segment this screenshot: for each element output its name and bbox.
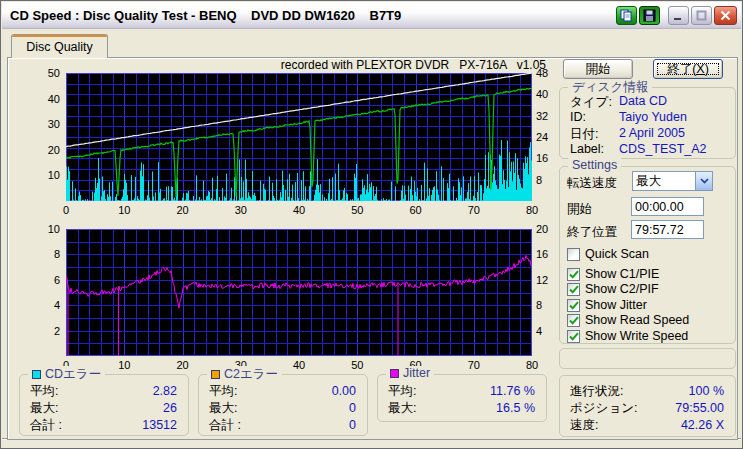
- stat-row-value: 0.00: [332, 384, 356, 398]
- stat-row: 合計 :0: [209, 417, 356, 433]
- axis-tick: 70: [459, 204, 489, 216]
- stat-row-label: 平均:: [388, 383, 416, 400]
- progress-row-value: 100 %: [689, 384, 724, 398]
- stat-row: 最大:16.5 %: [388, 400, 535, 416]
- checkbox[interactable]: [567, 330, 580, 343]
- stat-row: 平均:0.00: [209, 383, 356, 399]
- checkbox[interactable]: [567, 314, 580, 327]
- stat-row-label: 合計 :: [30, 417, 62, 434]
- stat-row-value: 16.5 %: [496, 401, 535, 415]
- checkbox-row-show-jitter[interactable]: Show Jitter: [567, 298, 647, 312]
- stat-row-label: 最大:: [388, 400, 416, 417]
- checkbox-label: Show Read Speed: [585, 313, 689, 327]
- close-button[interactable]: [714, 6, 737, 25]
- tab-label: Disc Quality: [26, 40, 93, 54]
- chevron-down-icon: [700, 178, 709, 184]
- settings-title: Settings: [568, 158, 621, 172]
- transfer-speed-value: 最大: [633, 173, 695, 190]
- axis-tick: 50: [30, 67, 60, 79]
- check-icon: [569, 301, 579, 310]
- checkbox[interactable]: [567, 299, 580, 312]
- axis-tick: 80: [517, 359, 547, 371]
- exit-button[interactable]: 終了(X): [653, 59, 723, 79]
- disc-info-row-value: CDS_TEST_A2: [619, 142, 707, 156]
- app-window: CD Speed : Disc Quality Test - BENQ DVD …: [0, 0, 743, 449]
- end-position-label: 終了位置: [567, 224, 617, 241]
- axis-tick: 8: [30, 248, 60, 260]
- check-icon: [569, 332, 579, 341]
- checkbox[interactable]: [567, 268, 580, 281]
- stat-box-title: Jitter: [386, 366, 434, 380]
- save-button[interactable]: [639, 6, 660, 25]
- jitter-chart: [66, 229, 532, 356]
- transfer-speed-select[interactable]: 最大: [632, 171, 713, 191]
- axis-tick: 80: [517, 204, 547, 216]
- stat-row-value: 11.76 %: [490, 384, 535, 398]
- axis-tick: 40: [284, 204, 314, 216]
- minimize-button[interactable]: [668, 6, 689, 25]
- stat-row-value: 2.82: [153, 384, 177, 398]
- recorded-with-label: recorded with PLEXTOR DVDR PX-716A v1.05: [241, 58, 546, 72]
- combo-arrow-button[interactable]: [695, 172, 712, 190]
- stat-row-value: 0: [349, 418, 356, 432]
- transfer-speed-label: 転送速度: [567, 175, 617, 192]
- quality-chart: [66, 73, 532, 201]
- copy-button[interactable]: [616, 6, 637, 25]
- axis-tick: 30: [226, 204, 256, 216]
- stat-box-title: C2エラー: [207, 366, 282, 383]
- checkbox-label: Show C1/PIE: [585, 267, 659, 281]
- save-icon: [643, 9, 656, 22]
- stat-row: 合計 :13512: [30, 417, 177, 433]
- start-position-input[interactable]: [631, 197, 704, 216]
- progress-row: 進行状況:100 %: [570, 383, 724, 399]
- axis-tick: 4: [30, 299, 60, 311]
- axis-tick: 48: [536, 67, 562, 79]
- legend-swatch: [32, 370, 41, 379]
- axis-tick: 40: [30, 93, 60, 105]
- disc-info-row-label: タイプ:: [570, 94, 612, 111]
- axis-tick: 10: [109, 359, 139, 371]
- axis-tick: 10: [109, 204, 139, 216]
- tab-disc-quality[interactable]: Disc Quality: [11, 34, 108, 58]
- titlebar-buttons: [614, 6, 737, 25]
- axis-tick: 20: [168, 359, 198, 371]
- checkbox-row-show-c1-pie[interactable]: Show C1/PIE: [567, 267, 659, 281]
- checkbox[interactable]: [567, 248, 580, 261]
- axis-tick: 2: [30, 325, 60, 337]
- stat-row-label: 最大:: [30, 400, 58, 417]
- checkbox-label: Quick Scan: [585, 247, 649, 261]
- axis-tick: 70: [459, 359, 489, 371]
- stat-box-title-text: CDエラー: [45, 366, 101, 383]
- stat-row: 平均:11.76 %: [388, 383, 535, 399]
- disc-info-row-label: ID:: [570, 110, 586, 124]
- checkbox-label: Show C2/PIF: [585, 282, 659, 296]
- axis-tick: 50: [342, 204, 372, 216]
- checkbox-row-show-write-speed[interactable]: Show Write Speed: [567, 329, 688, 343]
- axis-tick: 20: [30, 144, 60, 156]
- axis-tick: 10: [30, 223, 60, 235]
- stat-box-jitter: Jitter平均:11.76 %最大:16.5 %: [377, 374, 547, 422]
- check-icon: [569, 316, 579, 325]
- checkbox-row-show-c2-pif[interactable]: Show C2/PIF: [567, 282, 659, 296]
- checkbox[interactable]: [567, 283, 580, 296]
- disc-info-row-label: 日付:: [570, 126, 598, 143]
- start-button[interactable]: 開始: [563, 59, 633, 79]
- checkbox-row-quick-scan[interactable]: Quick Scan: [567, 247, 649, 261]
- disc-info-row-label: Label:: [570, 142, 604, 156]
- stat-row-value: 13512: [142, 418, 177, 432]
- status-bar: [2, 439, 741, 447]
- stat-box-c2-errors: C2エラー平均:0.00最大:0合計 :0: [198, 374, 368, 436]
- stat-row-label: 最大:: [209, 400, 237, 417]
- checkbox-row-show-read-speed[interactable]: Show Read Speed: [567, 313, 689, 327]
- axis-tick: 6: [30, 274, 60, 286]
- axis-tick: 40: [284, 359, 314, 371]
- checkbox-label: Show Jitter: [585, 298, 647, 312]
- maximize-button[interactable]: [691, 6, 712, 25]
- progress-row-label: 進行状況:: [570, 383, 623, 400]
- minimize-icon: [673, 10, 684, 21]
- end-position-input[interactable]: [631, 220, 704, 239]
- stat-box-title-text: Jitter: [403, 366, 430, 380]
- stat-row: 最大:26: [30, 400, 177, 416]
- axis-tick: 50: [342, 359, 372, 371]
- stat-row: 最大:0: [209, 400, 356, 416]
